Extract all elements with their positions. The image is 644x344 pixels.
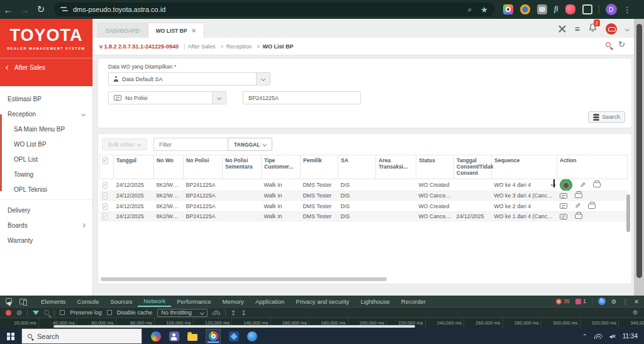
- col-no-polisi-sementara[interactable]: No Polisi Sementara: [223, 155, 262, 179]
- clear-network-icon[interactable]: ⊘: [16, 309, 22, 317]
- back-icon[interactable]: ←: [0, 4, 16, 15]
- close-tab-icon[interactable]: ✕: [191, 28, 196, 34]
- devtools-tab-application[interactable]: Application: [250, 296, 290, 307]
- table-row[interactable]: ✓ 24/12/20258K2/WOB/2...BP241225AWalk In…: [100, 179, 628, 191]
- print-icon[interactable]: [575, 214, 582, 219]
- tray-expand-icon[interactable]: ⌃: [582, 333, 587, 340]
- sidebar-item-boards[interactable]: Boards: [0, 218, 92, 233]
- issues-badge[interactable]: 1: [575, 298, 586, 304]
- refresh-icon[interactable]: ↻: [618, 40, 625, 49]
- notification-bell-icon[interactable]: 2: [589, 23, 597, 35]
- detail-card-icon[interactable]: [560, 214, 567, 219]
- extensions-puzzle-icon[interactable]: [582, 4, 592, 14]
- dropdown-toggle[interactable]: [212, 92, 226, 104]
- sidebar-item-estimasi-bp[interactable]: Estimasi BP: [0, 91, 92, 106]
- detail-card-icon[interactable]: [560, 193, 567, 199]
- taskbar-search[interactable]: Search: [21, 328, 142, 344]
- sidebar-item-delivery[interactable]: Delivery: [0, 203, 92, 218]
- avatar-cursor-icon[interactable]: [560, 179, 572, 191]
- sidebar-item-sa-main-menu-bp[interactable]: SA Main Menu BP: [0, 121, 92, 136]
- devtools-sync-icon[interactable]: ↻: [598, 297, 606, 305]
- table-row[interactable]: ✓ 24/12/20258K2/WOB/2...BP241225AWalk In…: [100, 201, 628, 212]
- devtools-tab-console[interactable]: Console: [72, 296, 105, 307]
- col-no-wo[interactable]: No Wo: [154, 155, 184, 179]
- col-sequence[interactable]: Sequence: [492, 155, 557, 179]
- filter-funnel-icon[interactable]: [33, 311, 39, 315]
- forward-icon[interactable]: →: [16, 4, 33, 15]
- row-checkbox[interactable]: ✓: [103, 213, 108, 220]
- plate-number-input[interactable]: [243, 91, 361, 104]
- site-settings-icon[interactable]: [60, 6, 68, 13]
- url-text[interactable]: dms-pseudo.toyota.astra.co.id: [73, 6, 459, 13]
- col-action[interactable]: Action: [557, 155, 628, 179]
- screenshot-extension-icon[interactable]: [503, 4, 513, 14]
- file-explorer-icon[interactable]: [187, 334, 197, 341]
- row-checkbox[interactable]: ✓: [103, 192, 108, 199]
- search-button[interactable]: Search: [588, 111, 625, 123]
- photos-app-icon[interactable]: [229, 331, 239, 341]
- table-row[interactable]: ✓ 24/12/20258K2/WOB/2...BP241225AWalk In…: [100, 191, 628, 201]
- browser-menu-icon[interactable]: ⋮: [623, 5, 631, 14]
- network-timeline[interactable]: 20,000 ms40,000 ms60,000 ms80,000 ms100,…: [0, 318, 644, 328]
- menu-list-icon[interactable]: ≡: [575, 26, 580, 32]
- col-sa[interactable]: SA: [338, 155, 376, 179]
- search-field-select[interactable]: No Polisi: [108, 91, 226, 104]
- start-button[interactable]: [0, 328, 21, 344]
- fullscreen-icon[interactable]: [558, 25, 566, 33]
- sort-by-tanggal-button[interactable]: TANGGAL: [228, 138, 272, 151]
- row-checkbox[interactable]: ✓: [103, 182, 108, 189]
- settings-app-icon[interactable]: [247, 331, 257, 341]
- tab-wo-list-bp[interactable]: WO LIST BP✕: [148, 23, 204, 38]
- breadcrumb-after-sales[interactable]: After Sales: [181, 43, 215, 50]
- col-tipe-customer[interactable]: Tipe Customer...: [262, 155, 301, 179]
- wifi-icon[interactable]: [594, 334, 602, 339]
- berry-extension-icon[interactable]: [565, 4, 575, 14]
- devtools-tab-network[interactable]: Network: [138, 296, 171, 307]
- devtools-tab-recorder[interactable]: Recorder: [396, 296, 431, 307]
- network-search-icon[interactable]: [44, 310, 49, 315]
- volume-muted-icon[interactable]: ◂✕: [609, 333, 616, 340]
- sidebar-item-opl-teknisi[interactable]: OPL Teknisi: [0, 182, 92, 197]
- user-profile-icon[interactable]: [606, 23, 617, 35]
- table-horizontal-scrollbar[interactable]: [101, 277, 387, 281]
- inspect-element-icon[interactable]: [6, 298, 12, 304]
- record-network-icon[interactable]: [6, 310, 11, 316]
- print-icon[interactable]: [588, 204, 596, 209]
- edge-app-icon[interactable]: [151, 331, 161, 341]
- dropdown-toggle[interactable]: [256, 73, 270, 85]
- devtools-tab-performance[interactable]: Performance: [171, 296, 216, 307]
- col-tanggal-consent[interactable]: Tanggal Consent/Tidak Consent: [454, 155, 492, 179]
- col-pemilik[interactable]: Pemilik: [301, 155, 338, 179]
- tab-dashboard[interactable]: DASHBOARD: [97, 23, 148, 38]
- sidebar-section-after-sales[interactable]: After Sales: [0, 58, 92, 77]
- col-no-polisi[interactable]: No Polisi: [184, 155, 223, 179]
- throttling-select[interactable]: No throttling: [157, 309, 208, 317]
- fi-extension-icon[interactable]: fi: [554, 4, 558, 14]
- devtools-settings-icon[interactable]: ⚙: [611, 298, 617, 305]
- data-wo-select[interactable]: Data Default SA: [108, 72, 270, 86]
- print-icon[interactable]: [575, 193, 582, 198]
- clock[interactable]: 11:34: [623, 333, 638, 340]
- export-har-icon[interactable]: ↧: [241, 309, 246, 316]
- sidebar-item-warranty[interactable]: Warranty: [0, 233, 92, 248]
- devtools-tab-lighthouse[interactable]: Lighthouse: [355, 296, 395, 307]
- col-status[interactable]: Status: [416, 155, 454, 179]
- address-bar[interactable]: dms-pseudo.toyota.astra.co.id ⌕ ★: [54, 3, 494, 16]
- edit-icon[interactable]: ✎: [580, 181, 586, 189]
- search-icon[interactable]: [606, 42, 611, 47]
- browser-profile-avatar[interactable]: D: [606, 4, 617, 15]
- import-har-icon[interactable]: ↥: [231, 309, 236, 316]
- bookmark-star-icon[interactable]: ★: [480, 5, 488, 14]
- chrome-app-icon[interactable]: [206, 329, 221, 343]
- console-errors-badge[interactable]: ✕35: [556, 298, 570, 304]
- page-scrollbar[interactable]: [634, 19, 644, 296]
- preserve-log-checkbox[interactable]: [60, 310, 65, 315]
- network-settings-icon[interactable]: ⚙: [633, 309, 644, 316]
- sidebar-item-opl-list[interactable]: OPL List: [0, 152, 92, 167]
- disable-cache-checkbox[interactable]: [107, 310, 112, 315]
- network-conditions-icon[interactable]: [213, 311, 220, 315]
- devtools-tab-privacy[interactable]: Privacy and security: [290, 296, 355, 307]
- select-all-checkbox[interactable]: ✓: [100, 155, 114, 179]
- table-filter-input[interactable]: [153, 138, 228, 151]
- sidebar-item-wo-list-bp[interactable]: WO List BP: [0, 136, 92, 152]
